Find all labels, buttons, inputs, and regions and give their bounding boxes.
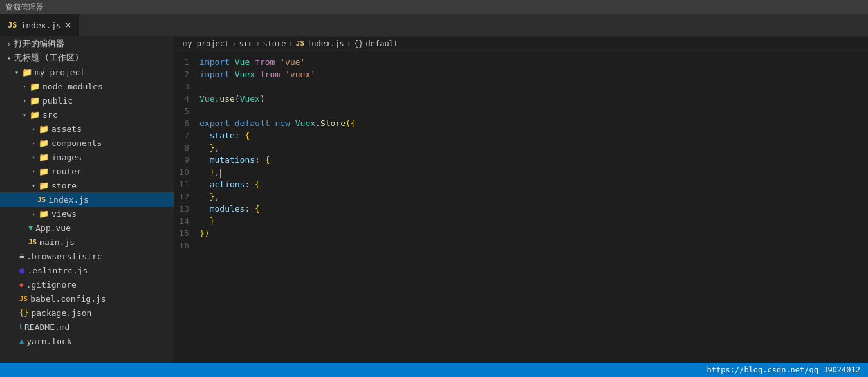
sidebar-item-images[interactable]: › 📁 images [0, 150, 174, 164]
eslintrc-icon: ● [19, 265, 24, 275]
sidebar-item-app-vue[interactable]: ▼ App.vue [0, 221, 174, 235]
breadcrumb-index-js: index.js [307, 39, 344, 48]
assets-icon: 📁 [39, 124, 49, 134]
status-bar: https://blog.csdn.net/qq_39024012 [0, 363, 868, 377]
sidebar-item-index-js[interactable]: JS index.js [0, 192, 174, 207]
sidebar-item-babel-config[interactable]: JS babel.config.js [0, 291, 174, 306]
assets-chevron: › [28, 125, 39, 133]
babel-config-label: babel.config.js [30, 294, 174, 304]
main-js-icon: JS [28, 238, 37, 246]
sidebar-item-browserslistrc[interactable]: ≡ .browserslistrc [0, 249, 174, 263]
sidebar-item-node-modules[interactable]: › 📁 node_modules [0, 79, 174, 93]
sidebar-item-readme[interactable]: ℹ README.md [0, 320, 174, 334]
title-bar: 资源管理器 [0, 0, 868, 14]
src-icon: 📁 [30, 110, 40, 120]
assets-label: assets [51, 124, 174, 134]
title-bar-label: 资源管理器 [5, 2, 44, 13]
src-label: src [42, 110, 174, 120]
store-icon: 📁 [39, 181, 49, 190]
gitignore-icon: ◆ [19, 280, 24, 289]
node-modules-chevron: › [19, 83, 30, 90]
images-label: images [51, 152, 174, 162]
sidebar-item-router[interactable]: › 📁 router [0, 164, 174, 178]
editor-area: my-project › src › store › JS index.js ›… [174, 37, 868, 363]
breadcrumb-src: src [239, 39, 253, 48]
sidebar-item-public[interactable]: › 📁 public [0, 93, 174, 107]
breadcrumb-store: store [263, 39, 286, 48]
public-chevron: › [19, 97, 30, 104]
store-chevron: ▾ [28, 182, 39, 189]
index-js-label: index.js [48, 195, 174, 205]
sidebar: › 打开的编辑器 ▾ 无标题 (工作区) ▾ 📁 my-project › 📁 … [0, 37, 174, 363]
store-label: store [51, 181, 174, 190]
sidebar-item-store[interactable]: ▾ 📁 store [0, 178, 174, 192]
sidebar-item-gitignore[interactable]: ◆ .gitignore [0, 277, 174, 291]
code-line-7: 7 state: { [174, 129, 868, 142]
my-project-folder-icon: 📁 [22, 68, 32, 77]
components-label: components [51, 138, 174, 148]
sidebar-item-package-json[interactable]: {} package.json [0, 306, 174, 320]
eslintrc-label: .eslintrc.js [27, 266, 174, 275]
my-project-chevron: ▾ [12, 69, 22, 76]
code-line-8: 8 }, [174, 142, 868, 154]
code-line-10: 10 }, [174, 166, 868, 178]
sidebar-item-components[interactable]: › 📁 components [0, 136, 174, 150]
sidebar-item-assets[interactable]: › 📁 assets [0, 122, 174, 136]
tab-close-icon[interactable]: × [65, 20, 71, 30]
package-json-icon: {} [19, 308, 28, 317]
app-vue-icon: ▼ [28, 223, 33, 232]
tab-index-js[interactable]: JS index.js × [0, 14, 79, 36]
sidebar-item-views[interactable]: › 📁 views [0, 207, 174, 221]
sidebar-section-open-editors[interactable]: › 打开的编辑器 [0, 37, 174, 51]
gitignore-label: .gitignore [26, 280, 174, 290]
code-line-1: 1 import Vue from 'vue' [174, 56, 868, 68]
sidebar-item-src[interactable]: ▾ 📁 src [0, 107, 174, 122]
sidebar-item-main-js[interactable]: JS main.js [0, 235, 174, 249]
open-editors-chevron: › [4, 41, 14, 48]
code-line-4: 4 Vue.use(Vuex) [174, 93, 868, 105]
breadcrumb-bracket-icon: {} [354, 39, 363, 48]
code-editor[interactable]: 1 import Vue from 'vue' 2 import Vuex fr… [174, 51, 868, 363]
router-chevron: › [28, 168, 39, 175]
code-line-9: 9 mutations: { [174, 154, 868, 166]
code-line-14: 14 } [174, 215, 868, 227]
views-label: views [51, 209, 174, 219]
components-icon: 📁 [39, 138, 49, 148]
src-chevron: ▾ [19, 111, 30, 118]
code-line-12: 12 }, [174, 190, 868, 203]
sidebar-section-workspace[interactable]: ▾ 无标题 (工作区) [0, 51, 174, 65]
breadcrumb-my-project: my-project [183, 39, 229, 48]
yarn-lock-icon: ▲ [19, 336, 24, 345]
browserslistrc-icon: ≡ [19, 252, 24, 261]
breadcrumb-default: default [366, 39, 399, 48]
public-label: public [42, 96, 174, 106]
router-label: router [51, 167, 174, 176]
code-line-5: 5 [174, 105, 868, 117]
readme-icon: ℹ [19, 323, 22, 331]
sidebar-item-my-project[interactable]: ▾ 📁 my-project [0, 65, 174, 79]
workspace-chevron: ▾ [4, 55, 14, 62]
main-layout: › 打开的编辑器 ▾ 无标题 (工作区) ▾ 📁 my-project › 📁 … [0, 37, 868, 363]
yarn-lock-label: yarn.lock [26, 336, 174, 346]
workspace-label: 无标题 (工作区) [14, 52, 79, 64]
code-line-16: 16 [174, 239, 868, 252]
breadcrumb-js-icon: JS [296, 39, 304, 48]
sidebar-item-eslintrc[interactable]: ● .eslintrc.js [0, 263, 174, 277]
images-icon: 📁 [39, 152, 49, 162]
breadcrumb: my-project › src › store › JS index.js ›… [174, 37, 868, 51]
main-js-label: main.js [39, 237, 174, 247]
sidebar-item-yarn-lock[interactable]: ▲ yarn.lock [0, 334, 174, 348]
status-bar-url: https://blog.csdn.net/qq_39024012 [707, 365, 860, 374]
readme-label: README.md [24, 322, 174, 332]
code-line-3: 3 [174, 80, 868, 93]
code-line-6: 6 export default new Vuex.Store({ [174, 117, 868, 129]
open-editors-label: 打开的编辑器 [14, 38, 64, 50]
views-chevron: › [28, 210, 39, 217]
code-line-11: 11 actions: { [174, 178, 868, 190]
package-json-label: package.json [31, 308, 174, 318]
index-js-icon: JS [37, 196, 46, 204]
components-chevron: › [28, 140, 39, 147]
browserslistrc-label: .browserslistrc [26, 252, 174, 261]
views-icon: 📁 [39, 209, 49, 219]
code-line-13: 13 modules: { [174, 203, 868, 215]
